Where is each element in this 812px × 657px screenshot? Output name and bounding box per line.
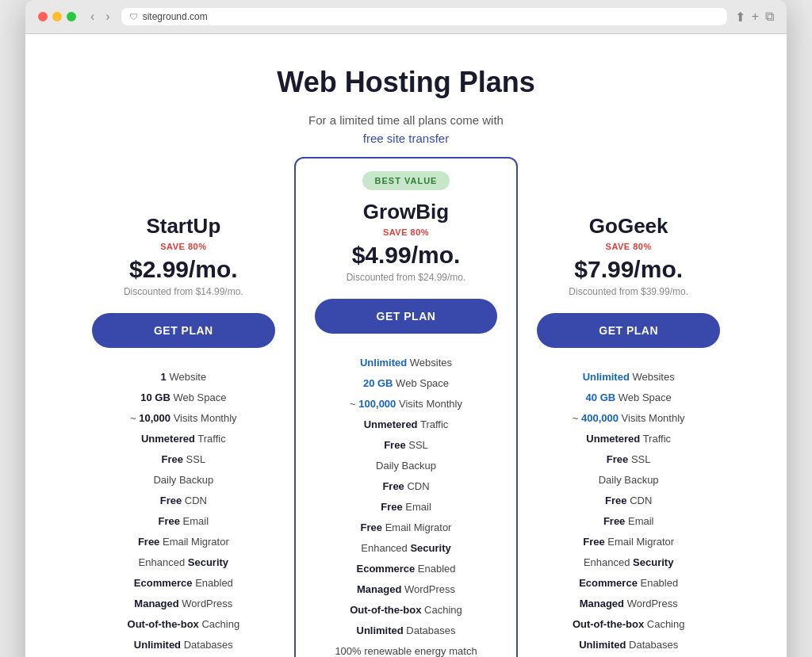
list-item: Free CDN	[315, 476, 498, 497]
startup-original: Discounted from $14.99/mo.	[92, 286, 275, 297]
list-item: Unlimited Websites	[315, 353, 498, 373]
list-item: Unlimited Databases	[92, 635, 275, 655]
security-icon: 🛡	[129, 12, 138, 21]
gogeek-features: Unlimited Websites 40 GB Web Space ~ 400…	[537, 367, 720, 657]
list-item: Unlimited Databases	[315, 621, 498, 641]
list-item: Unmetered Traffic	[92, 429, 275, 449]
list-item: Free SSL	[315, 435, 498, 456]
list-item: Free Email	[315, 497, 498, 518]
list-item: Out-of-the-box Caching	[315, 600, 498, 621]
startup-features: 1 Website 10 GB Web Space ~ 10,000 Visit…	[92, 367, 275, 657]
startup-save: SAVE 80%	[92, 242, 275, 251]
plan-startup: StartUp SAVE 80% $2.99/mo. Discounted fr…	[73, 173, 294, 657]
growbig-original: Discounted from $24.99/mo.	[315, 272, 498, 283]
tabs-icon[interactable]: ⧉	[765, 10, 774, 25]
list-item: Free Email Migrator	[315, 518, 498, 538]
list-item: Unmetered Traffic	[537, 429, 720, 449]
gogeek-original: Discounted from $39.99/mo.	[537, 286, 720, 297]
browser-dots	[38, 12, 76, 21]
dot-close[interactable]	[38, 12, 48, 21]
address-bar[interactable]: 🛡 siteground.com	[121, 8, 727, 25]
dot-minimize[interactable]	[52, 12, 62, 21]
page-content: Web Hosting Plans For a limited time all…	[25, 34, 787, 657]
list-item: Daily Backup	[537, 470, 720, 491]
list-item: 100% renewable energy match	[315, 641, 498, 657]
best-value-badge: BEST VALUE	[362, 171, 450, 190]
list-item: ~ 400,000 Visits Monthly	[537, 408, 720, 429]
startup-name: StartUp	[92, 214, 275, 239]
list-item: Out-of-the-box Caching	[92, 614, 275, 635]
growbig-name: GrowBig	[315, 200, 498, 224]
startup-price: $2.99/mo.	[92, 256, 275, 283]
browser-toolbar: ‹ › 🛡 siteground.com ⬆ + ⧉	[25, 0, 787, 34]
list-item: 10 GB Web Space	[92, 388, 275, 408]
list-item: Ecommerce Enabled	[537, 573, 720, 594]
new-tab-icon[interactable]: +	[752, 10, 759, 25]
page-title: Web Hosting Plans	[73, 66, 739, 99]
back-button[interactable]: ‹	[87, 8, 98, 25]
list-item: Managed WordPress	[315, 579, 498, 600]
list-item: Enhanced Security	[315, 538, 498, 559]
list-item: Out-of-the-box Caching	[537, 614, 720, 635]
growbig-price: $4.99/mo.	[315, 242, 498, 269]
share-icon[interactable]: ⬆	[735, 10, 745, 25]
list-item: Unmetered Traffic	[315, 414, 498, 435]
list-item: Free SSL	[92, 449, 275, 470]
browser-actions: ⬆ + ⧉	[735, 10, 774, 25]
list-item: Managed WordPress	[537, 594, 720, 614]
startup-cta-button[interactable]: GET PLAN	[92, 313, 275, 348]
plan-growbig: BEST VALUE GrowBig SAVE 80% $4.99/mo. Di…	[294, 157, 519, 657]
page-subtitle: For a limited time all plans come with f…	[73, 112, 739, 147]
plans-container: StartUp SAVE 80% $2.99/mo. Discounted fr…	[73, 173, 739, 657]
subtitle-highlight: free site transfer	[363, 132, 449, 145]
url-text: siteground.com	[143, 11, 208, 22]
list-item: ~ 100,000 Visits Monthly	[315, 394, 498, 414]
list-item: Ecommerce Enabled	[92, 573, 275, 594]
subtitle-line1: For a limited time all plans come with	[308, 113, 504, 127]
list-item: Free SSL	[537, 449, 720, 470]
list-item: Free CDN	[92, 491, 275, 511]
browser-nav: ‹ ›	[87, 8, 113, 25]
list-item: Free Email Migrator	[92, 532, 275, 552]
forward-button[interactable]: ›	[102, 8, 113, 25]
list-item: Managed WordPress	[92, 594, 275, 614]
list-item: Free Email	[537, 511, 720, 532]
gogeek-cta-button[interactable]: GET PLAN	[537, 313, 720, 348]
list-item: 1 Website	[92, 367, 275, 388]
browser-window: ‹ › 🛡 siteground.com ⬆ + ⧉ Web Hosting P…	[25, 0, 787, 657]
list-item: Daily Backup	[315, 456, 498, 476]
growbig-save: SAVE 80%	[315, 227, 498, 237]
list-item: Free Email	[92, 511, 275, 532]
list-item: Unlimited Databases	[537, 635, 720, 655]
growbig-features: Unlimited Websites 20 GB Web Space ~ 100…	[315, 353, 498, 657]
plan-gogeek: GoGeek SAVE 80% $7.99/mo. Discounted fro…	[518, 173, 739, 657]
list-item: Free CDN	[537, 491, 720, 511]
gogeek-price: $7.99/mo.	[537, 256, 720, 283]
list-item: 20 GB Web Space	[315, 373, 498, 394]
gogeek-save: SAVE 80%	[537, 242, 720, 251]
list-item: 40 GB Web Space	[537, 388, 720, 408]
list-item: ~ 10,000 Visits Monthly	[92, 408, 275, 429]
page-header: Web Hosting Plans For a limited time all…	[73, 66, 739, 147]
list-item: Daily Backup	[92, 470, 275, 491]
dot-fullscreen[interactable]	[67, 12, 76, 21]
list-item: Enhanced Security	[537, 552, 720, 573]
list-item: Unlimited Websites	[537, 367, 720, 388]
list-item: Ecommerce Enabled	[315, 559, 498, 579]
gogeek-name: GoGeek	[537, 214, 720, 239]
list-item: Free Email Migrator	[537, 532, 720, 552]
list-item: Enhanced Security	[92, 552, 275, 573]
growbig-cta-button[interactable]: GET PLAN	[315, 299, 498, 334]
